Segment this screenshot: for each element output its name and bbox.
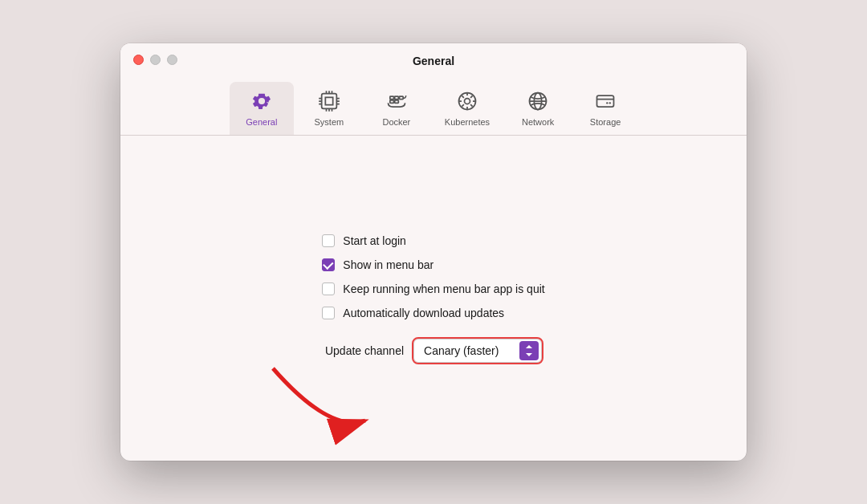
tab-kubernetes[interactable]: Kubernetes: [432, 82, 503, 135]
tab-system[interactable]: System: [297, 82, 361, 135]
svg-rect-11: [597, 96, 614, 107]
svg-rect-6: [399, 96, 403, 100]
tab-network[interactable]: Network: [506, 82, 570, 135]
tab-network-label: Network: [522, 117, 554, 127]
tab-storage-label: Storage: [590, 117, 621, 127]
update-channel-label: Update channel: [325, 344, 404, 357]
close-button[interactable]: [133, 55, 144, 65]
svg-rect-2: [390, 96, 394, 100]
start-at-login-row: Start at login: [322, 234, 544, 247]
svg-point-8: [464, 99, 470, 104]
tab-docker[interactable]: Docker: [364, 82, 429, 135]
auto-download-checkbox[interactable]: [322, 307, 335, 319]
tab-general-label: General: [246, 117, 277, 127]
network-icon: [525, 88, 551, 114]
tab-docker-label: Docker: [382, 117, 410, 127]
tab-bar: General System: [120, 75, 747, 136]
tab-storage[interactable]: Storage: [573, 82, 637, 135]
start-at-login-label: Start at login: [343, 234, 406, 247]
title-bar: General: [120, 43, 747, 75]
show-in-menu-bar-row: Show in menu bar: [322, 258, 544, 271]
svg-rect-4: [395, 100, 399, 103]
keep-running-row: Keep running when menu bar app is quit: [322, 282, 544, 295]
svg-rect-5: [390, 100, 394, 103]
svg-rect-3: [395, 96, 399, 100]
cpu-icon: [316, 88, 342, 114]
tab-general[interactable]: General: [230, 82, 294, 135]
minimize-button[interactable]: [150, 55, 161, 65]
show-in-menu-bar-checkbox[interactable]: [322, 258, 335, 271]
gear-icon: [249, 88, 275, 114]
docker-icon: [384, 88, 409, 114]
update-channel-row: Update channel Stable Canary (faster): [325, 339, 542, 363]
window-title: General: [413, 55, 454, 67]
show-in-menu-bar-label: Show in menu bar: [343, 258, 434, 271]
main-window: General General System: [120, 43, 747, 461]
svg-rect-1: [325, 97, 332, 104]
settings-group: Start at login Show in menu bar Keep run…: [322, 234, 544, 319]
start-at-login-checkbox[interactable]: [322, 234, 335, 247]
kubernetes-icon: [454, 88, 480, 114]
keep-running-label: Keep running when menu bar app is quit: [343, 282, 544, 295]
auto-download-row: Automatically download updates: [322, 307, 544, 319]
tab-system-label: System: [315, 117, 344, 127]
channel-select[interactable]: Stable Canary (faster): [413, 339, 542, 363]
maximize-button[interactable]: [167, 55, 177, 65]
channel-select-wrapper: Stable Canary (faster): [413, 339, 542, 363]
traffic-lights: [133, 55, 177, 65]
storage-icon: [592, 88, 618, 114]
auto-download-label: Automatically download updates: [343, 307, 504, 319]
svg-point-12: [609, 102, 611, 104]
content-area: Start at login Show in menu bar Keep run…: [120, 136, 747, 461]
svg-point-13: [606, 102, 608, 104]
keep-running-checkbox[interactable]: [322, 282, 335, 295]
tab-kubernetes-label: Kubernetes: [445, 117, 490, 127]
svg-rect-0: [322, 94, 337, 109]
